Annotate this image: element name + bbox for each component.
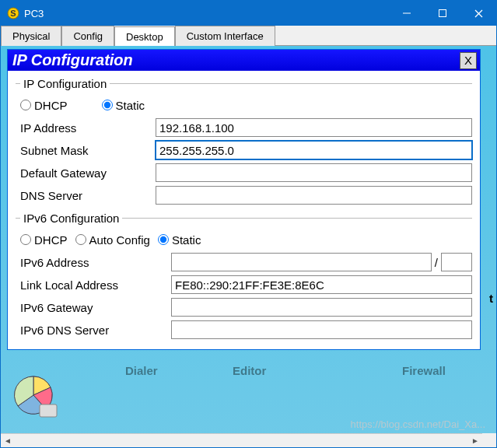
panel-title: IP Configuration xyxy=(12,51,460,69)
ipv4-static-radio[interactable]: Static xyxy=(102,99,145,112)
ipv6-prefix-input[interactable] xyxy=(441,253,472,271)
tab-bar: Physical Config Desktop Custom Interface xyxy=(1,26,496,46)
dns-server-label: DNS Server xyxy=(16,189,156,202)
bg-label-editor: Editor xyxy=(233,364,266,377)
desktop-area: Dialer Editor Firewall t IP Configuratio… xyxy=(1,46,496,447)
scroll-right-button[interactable]: ► xyxy=(468,434,482,447)
ipv6-legend: IPv6 Configuration xyxy=(20,212,122,225)
app-icon: S xyxy=(7,7,19,19)
default-gateway-label: Default Gateway xyxy=(16,166,156,180)
minimize-button[interactable] xyxy=(389,1,425,26)
subnet-mask-label: Subnet Mask xyxy=(16,144,156,157)
scroll-corner xyxy=(482,433,496,447)
ipv6-dns-input[interactable] xyxy=(171,320,472,339)
horizontal-scrollbar[interactable]: ◄ ► xyxy=(1,433,482,447)
ipv6-gateway-label: IPv6 Gateway xyxy=(16,301,171,314)
link-local-input[interactable] xyxy=(171,275,472,294)
ipv6-gateway-input[interactable] xyxy=(171,298,472,317)
tab-config[interactable]: Config xyxy=(61,26,114,46)
ip-address-label: IP Address xyxy=(16,121,156,135)
ipv6-dns-label: IPv6 DNS Server xyxy=(16,324,171,337)
window-title: PC3 xyxy=(24,8,389,19)
ipv6-fieldset: IPv6 Configuration DHCP Auto Config Stat… xyxy=(16,212,472,341)
dns-server-input[interactable] xyxy=(156,186,472,205)
panel-close-button[interactable]: X xyxy=(460,52,477,69)
subnet-mask-input[interactable] xyxy=(156,141,472,159)
tab-custom-interface[interactable]: Custom Interface xyxy=(175,26,275,46)
svg-text:S: S xyxy=(10,9,16,18)
ip-address-input[interactable] xyxy=(156,118,472,137)
bg-label-dialer: Dialer xyxy=(125,364,158,377)
link-local-label: Link Local Address xyxy=(16,278,171,292)
edge-letter: t xyxy=(489,292,493,305)
default-gateway-input[interactable] xyxy=(156,163,472,182)
tab-physical[interactable]: Physical xyxy=(1,26,61,46)
ipv6-static-radio[interactable]: Static xyxy=(158,233,201,247)
ipv6-auto-config-radio[interactable]: Auto Config xyxy=(75,233,150,247)
ipv4-legend: IP Configuration xyxy=(20,77,110,90)
maximize-button[interactable] xyxy=(425,1,460,26)
scroll-left-button[interactable]: ◄ xyxy=(1,434,15,447)
titlebar: S PC3 xyxy=(1,1,496,26)
svg-rect-3 xyxy=(439,10,446,17)
ipv6-address-label: IPv6 Address xyxy=(16,256,171,269)
watermark: https://blog.csdn.net/Dai_Xa... xyxy=(351,418,485,430)
svg-rect-7 xyxy=(40,404,57,417)
bg-label-firewall: Firewall xyxy=(402,364,446,377)
ipv6-prefix-separator: / xyxy=(432,256,441,269)
app-window: S PC3 Physical Config Desktop Custom Int… xyxy=(0,0,497,448)
panel-header: IP Configuration X xyxy=(8,50,480,71)
desktop-pie-icon[interactable] xyxy=(12,373,60,424)
ipv4-fieldset: IP Configuration DHCP Static IP Address … xyxy=(16,77,472,207)
ipv4-dhcp-radio[interactable]: DHCP xyxy=(20,99,68,112)
ipv6-address-input[interactable] xyxy=(171,253,432,271)
scroll-track[interactable] xyxy=(15,434,468,447)
ipv6-dhcp-radio[interactable]: DHCP xyxy=(20,233,68,247)
tab-desktop[interactable]: Desktop xyxy=(114,26,175,47)
close-window-button[interactable] xyxy=(460,1,496,26)
ip-config-panel: IP Configuration X IP Configuration DHCP… xyxy=(7,49,481,350)
